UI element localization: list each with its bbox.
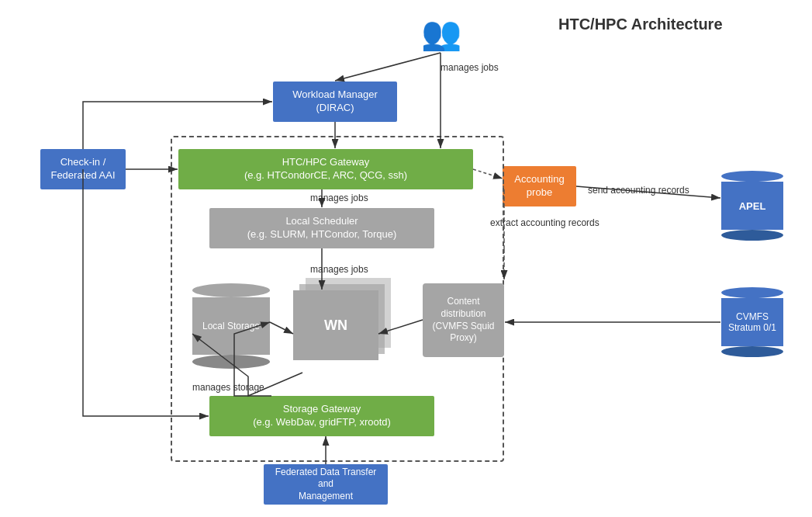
label-manages-storage: manages storage (192, 382, 264, 393)
label-manages-jobs-3: manages jobs (310, 264, 368, 275)
label-send-accounting: send accounting records (588, 185, 689, 196)
label-extract-accounting: extract accounting records (490, 217, 599, 228)
content-distribution-box: Content distribution (CVMFS Squid Proxy) (423, 283, 504, 357)
wn-stack: WN (293, 278, 402, 371)
local-storage-cylinder: Local Storage (192, 283, 270, 369)
cvmfs-cylinder: CVMFS Stratum 0/1 (721, 287, 783, 357)
diagram-title: HTC/HPC Architecture (558, 16, 723, 33)
workload-manager-box: Workload Manager (DIRAC) (273, 82, 397, 122)
diagram: HTC/HPC Architecture 👥 Workload Manager … (0, 0, 812, 517)
federated-data-box: Federated Data Transfer and Management (264, 464, 388, 505)
local-scheduler-box: Local Scheduler (e.g. SLURM, HTCondor, T… (209, 208, 434, 248)
label-manages-jobs-2: manages jobs (310, 193, 368, 203)
people-icon: 👥 (421, 14, 461, 52)
wn-box-front: WN (293, 290, 378, 360)
apel-cylinder: APEL (721, 171, 783, 241)
accounting-probe-box: Accounting probe (503, 166, 576, 206)
storage-gateway-box: Storage Gateway (e.g. WebDav, gridFTP, x… (209, 396, 434, 436)
checkin-aai-box: Check-in / Federated AAI (40, 149, 126, 189)
label-manages-jobs-1: manages jobs (441, 62, 499, 73)
svg-line-2 (335, 53, 441, 81)
